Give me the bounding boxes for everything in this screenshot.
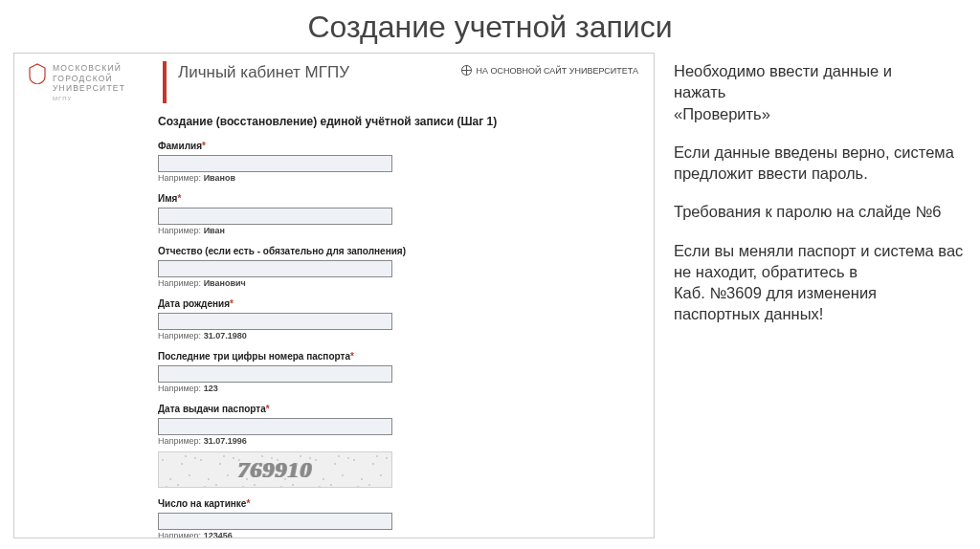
slide-notes: Необходимо ввести данные и нажать «Прове… [674,53,967,538]
browser-screenshot: МОСКОВСКИЙ ГОРОДСКОЙ УНИВЕРСИТЕТ МГПУ Ли… [13,53,655,538]
name-label: Имя [158,193,177,204]
required-mark: * [177,193,181,204]
pass3-hint: 123 [204,384,218,393]
patronymic-input[interactable] [158,260,392,277]
surname-input[interactable] [158,155,392,172]
name-input[interactable] [158,208,392,225]
dob-input[interactable] [158,313,392,330]
field-captcha: Число на картинке* Например: 123456 [158,494,627,538]
note-1b: нажать [674,83,725,100]
passdate-hint: 31.07.1996 [204,436,247,446]
hint-label: Например: [158,384,201,393]
site-header: МОСКОВСКИЙ ГОРОДСКОЙ УНИВЕРСИТЕТ МГПУ Ли… [14,54,654,111]
hint-label: Например: [158,531,201,538]
hint-label: Например: [158,226,201,235]
note-1c: «Проверить» [674,105,770,122]
registration-form: Создание (восстановление) единой учётной… [14,111,627,538]
passdate-input[interactable] [158,418,392,435]
hint-label: Например: [158,278,201,288]
external-site-label: НА ОСНОВНОЙ САЙТ УНИВЕРСИТЕТА [476,66,638,76]
university-logo: МОСКОВСКИЙ ГОРОДСКОЙ УНИВЕРСИТЕТ МГПУ [14,54,163,112]
captcha-hint: 123456 [204,531,233,538]
surname-label: Фамилия [158,141,202,151]
pass3-label: Последние три цифры номера паспорта [158,351,350,362]
field-name: Имя* Например: Иван [158,188,627,235]
required-mark: * [230,298,234,309]
note-2: Если данные введены верно, система предл… [674,142,967,185]
dob-hint: 31.07.1980 [204,331,247,340]
passdate-label: Дата выдачи паспорта [158,404,266,414]
logo-line3: УНИВЕРСИТЕТ [28,83,149,94]
hint-label: Например: [158,173,201,183]
logo-sub: МГПУ [28,96,149,103]
surname-hint: Иванов [204,173,235,183]
note-1a: Необходимо ввести данные и [674,62,892,79]
captcha-noise [159,452,391,487]
patronymic-label: Отчество (если есть - обязательно для за… [158,246,406,256]
field-surname: Фамилия* Например: Иванов [158,136,627,183]
globe-icon [461,65,472,76]
captcha-input[interactable] [158,513,392,530]
field-patronymic: Отчество (если есть - обязательно для за… [158,241,627,288]
form-heading: Создание (восстановление) единой учётной… [158,115,627,128]
note-4b: Каб. №3609 для изменения паспортных данн… [674,284,877,322]
hint-label: Например: [158,331,201,340]
pass3-input[interactable] [158,365,392,383]
dob-label: Дата рождения [158,298,230,309]
hint-label: Например: [158,436,201,446]
required-mark: * [246,498,250,509]
captcha-label: Число на картинке [158,498,246,509]
cabinet-title: Личный кабинет МГПУ [178,54,461,82]
field-passport-date: Дата выдачи паспорта* Например: 31.07.19… [158,399,627,446]
required-mark: * [266,404,270,414]
required-mark: * [350,351,354,362]
name-hint: Иван [204,226,225,235]
note-4: Если вы меняли паспорт и система вас не … [674,240,967,325]
field-dob: Дата рождения* Например: 31.07.1980 [158,294,627,340]
patronymic-hint: Иванович [204,278,246,288]
accent-divider [163,61,167,103]
note-1: Необходимо ввести данные и нажать «Прове… [674,60,967,124]
captcha-image: 769910 [158,451,392,488]
required-mark: * [202,141,206,151]
external-site-link[interactable]: НА ОСНОВНОЙ САЙТ УНИВЕРСИТЕТА [461,54,654,76]
note-4a: Если вы меняли паспорт и система вас не … [674,242,963,280]
slide-title: Создание учетной записи [0,0,980,53]
note-3: Требования к паролю на слайде №6 [674,201,967,222]
logo-icon [28,63,47,84]
field-passport-last3: Последние три цифры номера паспорта* Нап… [158,346,627,393]
